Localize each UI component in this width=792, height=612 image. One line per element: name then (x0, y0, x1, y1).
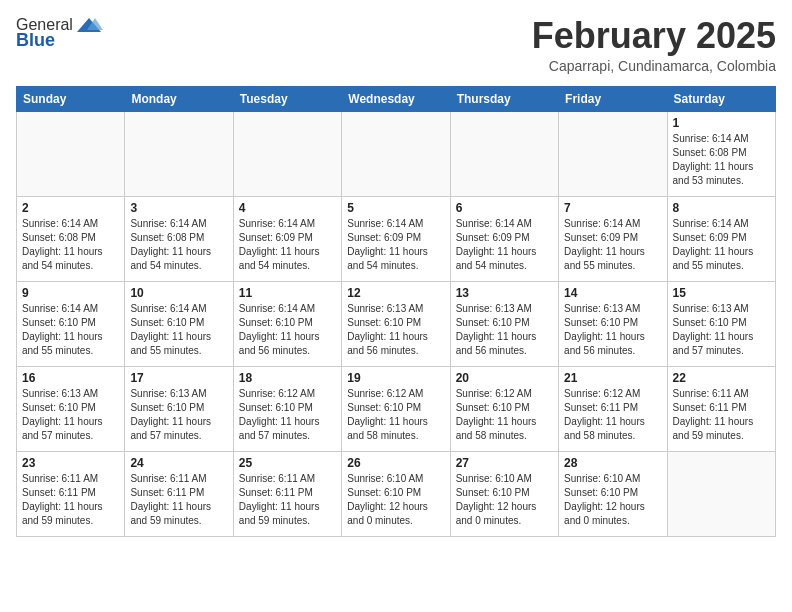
day-number: 11 (239, 286, 336, 300)
calendar-cell: 4Sunrise: 6:14 AM Sunset: 6:09 PM Daylig… (233, 196, 341, 281)
calendar-cell: 21Sunrise: 6:12 AM Sunset: 6:11 PM Dayli… (559, 366, 667, 451)
day-number: 15 (673, 286, 770, 300)
day-info: Sunrise: 6:14 AM Sunset: 6:09 PM Dayligh… (239, 217, 336, 273)
day-info: Sunrise: 6:14 AM Sunset: 6:10 PM Dayligh… (22, 302, 119, 358)
calendar-cell: 14Sunrise: 6:13 AM Sunset: 6:10 PM Dayli… (559, 281, 667, 366)
calendar-cell (450, 111, 558, 196)
calendar-cell: 26Sunrise: 6:10 AM Sunset: 6:10 PM Dayli… (342, 451, 450, 536)
day-number: 5 (347, 201, 444, 215)
day-number: 22 (673, 371, 770, 385)
logo-icon (75, 16, 103, 34)
day-info: Sunrise: 6:11 AM Sunset: 6:11 PM Dayligh… (673, 387, 770, 443)
title-block: February 2025 Caparrapi, Cundinamarca, C… (532, 16, 776, 74)
day-number: 13 (456, 286, 553, 300)
weekday-header-wednesday: Wednesday (342, 86, 450, 111)
calendar-cell: 11Sunrise: 6:14 AM Sunset: 6:10 PM Dayli… (233, 281, 341, 366)
calendar-cell: 9Sunrise: 6:14 AM Sunset: 6:10 PM Daylig… (17, 281, 125, 366)
calendar-cell (125, 111, 233, 196)
day-number: 20 (456, 371, 553, 385)
day-info: Sunrise: 6:10 AM Sunset: 6:10 PM Dayligh… (564, 472, 661, 528)
calendar-cell: 28Sunrise: 6:10 AM Sunset: 6:10 PM Dayli… (559, 451, 667, 536)
day-number: 2 (22, 201, 119, 215)
day-info: Sunrise: 6:14 AM Sunset: 6:10 PM Dayligh… (130, 302, 227, 358)
day-number: 16 (22, 371, 119, 385)
weekday-header-tuesday: Tuesday (233, 86, 341, 111)
weekday-header-monday: Monday (125, 86, 233, 111)
calendar-cell: 24Sunrise: 6:11 AM Sunset: 6:11 PM Dayli… (125, 451, 233, 536)
day-info: Sunrise: 6:10 AM Sunset: 6:10 PM Dayligh… (456, 472, 553, 528)
calendar-cell: 20Sunrise: 6:12 AM Sunset: 6:10 PM Dayli… (450, 366, 558, 451)
day-info: Sunrise: 6:12 AM Sunset: 6:10 PM Dayligh… (239, 387, 336, 443)
day-info: Sunrise: 6:14 AM Sunset: 6:08 PM Dayligh… (130, 217, 227, 273)
calendar-cell (342, 111, 450, 196)
weekday-header-sunday: Sunday (17, 86, 125, 111)
calendar-cell: 16Sunrise: 6:13 AM Sunset: 6:10 PM Dayli… (17, 366, 125, 451)
day-number: 12 (347, 286, 444, 300)
calendar-cell: 22Sunrise: 6:11 AM Sunset: 6:11 PM Dayli… (667, 366, 775, 451)
calendar-cell: 7Sunrise: 6:14 AM Sunset: 6:09 PM Daylig… (559, 196, 667, 281)
day-number: 8 (673, 201, 770, 215)
day-info: Sunrise: 6:12 AM Sunset: 6:11 PM Dayligh… (564, 387, 661, 443)
day-info: Sunrise: 6:12 AM Sunset: 6:10 PM Dayligh… (347, 387, 444, 443)
day-number: 23 (22, 456, 119, 470)
calendar-cell: 10Sunrise: 6:14 AM Sunset: 6:10 PM Dayli… (125, 281, 233, 366)
calendar-cell: 6Sunrise: 6:14 AM Sunset: 6:09 PM Daylig… (450, 196, 558, 281)
calendar-cell: 19Sunrise: 6:12 AM Sunset: 6:10 PM Dayli… (342, 366, 450, 451)
logo: General Blue (16, 16, 103, 51)
calendar-cell: 15Sunrise: 6:13 AM Sunset: 6:10 PM Dayli… (667, 281, 775, 366)
day-info: Sunrise: 6:13 AM Sunset: 6:10 PM Dayligh… (22, 387, 119, 443)
day-number: 27 (456, 456, 553, 470)
calendar-cell: 1Sunrise: 6:14 AM Sunset: 6:08 PM Daylig… (667, 111, 775, 196)
day-number: 21 (564, 371, 661, 385)
day-number: 17 (130, 371, 227, 385)
day-number: 7 (564, 201, 661, 215)
day-info: Sunrise: 6:13 AM Sunset: 6:10 PM Dayligh… (347, 302, 444, 358)
day-info: Sunrise: 6:14 AM Sunset: 6:09 PM Dayligh… (564, 217, 661, 273)
day-number: 24 (130, 456, 227, 470)
weekday-header-saturday: Saturday (667, 86, 775, 111)
page-header: General Blue February 2025 Caparrapi, Cu… (16, 16, 776, 74)
day-number: 9 (22, 286, 119, 300)
day-number: 10 (130, 286, 227, 300)
week-row-3: 9Sunrise: 6:14 AM Sunset: 6:10 PM Daylig… (17, 281, 776, 366)
calendar-table: SundayMondayTuesdayWednesdayThursdayFrid… (16, 86, 776, 537)
calendar-cell: 18Sunrise: 6:12 AM Sunset: 6:10 PM Dayli… (233, 366, 341, 451)
day-info: Sunrise: 6:12 AM Sunset: 6:10 PM Dayligh… (456, 387, 553, 443)
week-row-1: 1Sunrise: 6:14 AM Sunset: 6:08 PM Daylig… (17, 111, 776, 196)
day-number: 4 (239, 201, 336, 215)
calendar-cell: 23Sunrise: 6:11 AM Sunset: 6:11 PM Dayli… (17, 451, 125, 536)
day-info: Sunrise: 6:13 AM Sunset: 6:10 PM Dayligh… (456, 302, 553, 358)
day-number: 14 (564, 286, 661, 300)
day-info: Sunrise: 6:13 AM Sunset: 6:10 PM Dayligh… (564, 302, 661, 358)
day-number: 19 (347, 371, 444, 385)
calendar-title: February 2025 (532, 16, 776, 56)
calendar-cell: 2Sunrise: 6:14 AM Sunset: 6:08 PM Daylig… (17, 196, 125, 281)
day-info: Sunrise: 6:14 AM Sunset: 6:10 PM Dayligh… (239, 302, 336, 358)
day-info: Sunrise: 6:14 AM Sunset: 6:09 PM Dayligh… (347, 217, 444, 273)
day-info: Sunrise: 6:10 AM Sunset: 6:10 PM Dayligh… (347, 472, 444, 528)
calendar-cell: 8Sunrise: 6:14 AM Sunset: 6:09 PM Daylig… (667, 196, 775, 281)
day-info: Sunrise: 6:14 AM Sunset: 6:08 PM Dayligh… (22, 217, 119, 273)
day-info: Sunrise: 6:14 AM Sunset: 6:09 PM Dayligh… (456, 217, 553, 273)
day-number: 25 (239, 456, 336, 470)
day-number: 6 (456, 201, 553, 215)
calendar-cell: 12Sunrise: 6:13 AM Sunset: 6:10 PM Dayli… (342, 281, 450, 366)
week-row-2: 2Sunrise: 6:14 AM Sunset: 6:08 PM Daylig… (17, 196, 776, 281)
calendar-cell (559, 111, 667, 196)
week-row-4: 16Sunrise: 6:13 AM Sunset: 6:10 PM Dayli… (17, 366, 776, 451)
calendar-cell: 3Sunrise: 6:14 AM Sunset: 6:08 PM Daylig… (125, 196, 233, 281)
day-info: Sunrise: 6:11 AM Sunset: 6:11 PM Dayligh… (239, 472, 336, 528)
calendar-cell: 27Sunrise: 6:10 AM Sunset: 6:10 PM Dayli… (450, 451, 558, 536)
week-row-5: 23Sunrise: 6:11 AM Sunset: 6:11 PM Dayli… (17, 451, 776, 536)
calendar-cell (17, 111, 125, 196)
logo-blue-text: Blue (16, 30, 55, 51)
day-info: Sunrise: 6:13 AM Sunset: 6:10 PM Dayligh… (130, 387, 227, 443)
calendar-cell: 25Sunrise: 6:11 AM Sunset: 6:11 PM Dayli… (233, 451, 341, 536)
day-number: 26 (347, 456, 444, 470)
day-number: 18 (239, 371, 336, 385)
weekday-header-thursday: Thursday (450, 86, 558, 111)
day-number: 28 (564, 456, 661, 470)
day-info: Sunrise: 6:11 AM Sunset: 6:11 PM Dayligh… (130, 472, 227, 528)
calendar-cell: 13Sunrise: 6:13 AM Sunset: 6:10 PM Dayli… (450, 281, 558, 366)
day-number: 1 (673, 116, 770, 130)
